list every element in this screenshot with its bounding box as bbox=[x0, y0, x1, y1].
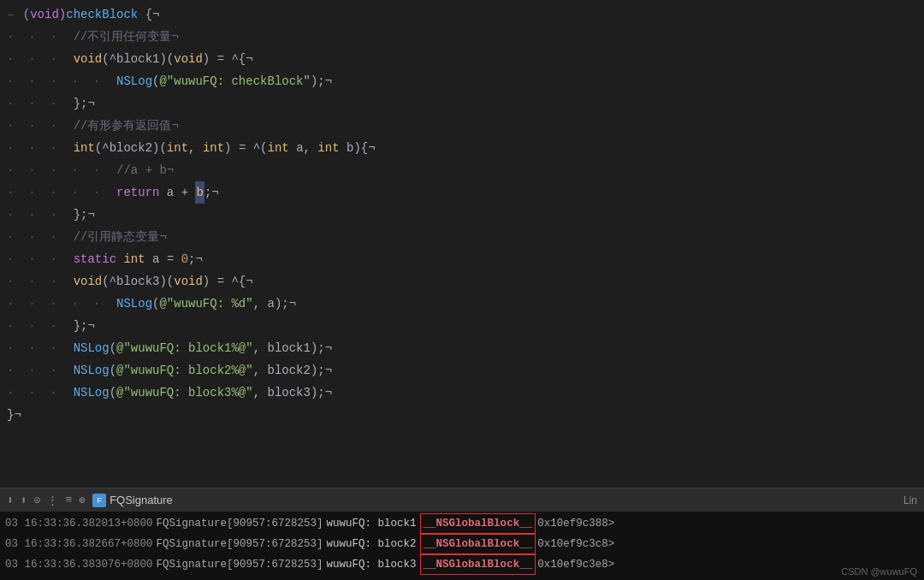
code-line-6: · · · //有形参有返回值¬ bbox=[0, 115, 924, 137]
fn-name: checkBlock bbox=[66, 3, 138, 26]
code-line-11: · · · //引用静态变量¬ bbox=[0, 226, 924, 248]
indent-dots: · · · bbox=[7, 270, 72, 293]
con-time: 03 16:33:36.382667+0800 bbox=[5, 535, 153, 553]
con-time: 03 16:33:36.382013+0800 bbox=[5, 514, 153, 533]
indent-dots: – bbox=[7, 3, 21, 26]
indent-dots: · · · bbox=[7, 315, 72, 337]
code-line-13: · · · void(^block3)(void) = ^{¬ bbox=[0, 270, 924, 293]
console-line-1: 03 16:33:36.382013+0800 FQSignature[9095… bbox=[0, 513, 924, 534]
str-literal: @"wuwuFQ: checkBlock" bbox=[159, 70, 310, 92]
fn-nslog: NSLog bbox=[116, 293, 152, 315]
bottom-toolbar: ⬇ ⬆ ⊙ ⋮ ≡ ⊕ F FQSignature Lin bbox=[0, 488, 924, 512]
kw-void2: void bbox=[174, 48, 203, 70]
code-line-3: · · · void(^block1)(void) = ^{¬ bbox=[0, 48, 924, 70]
console-line-2: 03 16:33:36.382667+0800 FQSignature[9095… bbox=[0, 534, 924, 554]
indent-dots: · · · bbox=[7, 92, 72, 115]
code-line-15: · · · };¬ bbox=[0, 315, 924, 337]
code-line-12: · · · static int a = 0;¬ bbox=[0, 248, 924, 270]
con-msg: wuwuFQ: block2 bbox=[327, 535, 417, 553]
indent-dots: · · · bbox=[7, 48, 72, 70]
kw-void: void bbox=[74, 270, 103, 293]
con-msg: wuwuFQ: block1 bbox=[327, 514, 417, 533]
indent-dots: · · · bbox=[7, 226, 72, 248]
kw-int: int bbox=[123, 248, 145, 270]
indent-dots: · · · bbox=[7, 382, 72, 404]
indent-dots: · · · bbox=[7, 26, 72, 48]
comment: //引用静态变量¬ bbox=[74, 226, 167, 248]
con-msg: wuwuFQ: block3 bbox=[327, 555, 417, 574]
comment: //有形参有返回值¬ bbox=[74, 115, 179, 137]
code-line-18: · · · NSLog(@"wuwuFQ: block3%@", block3)… bbox=[0, 382, 924, 404]
icon-up[interactable]: ⬆ bbox=[21, 494, 27, 507]
indent-dots: · · · bbox=[7, 204, 72, 226]
file-type-icon: F bbox=[92, 494, 106, 507]
str-literal: @"wuwuFQ: block3%@" bbox=[116, 382, 253, 404]
code-line-17: · · · NSLog(@"wuwuFQ: block2%@", block2)… bbox=[0, 359, 924, 382]
fn-nslog: NSLog bbox=[74, 359, 110, 382]
con-block-type-1: __NSGlobalBlock__ bbox=[420, 513, 536, 534]
code-line-10: · · · };¬ bbox=[0, 204, 924, 226]
code-line-7: · · · int(^block2)(int, int) = ^(int a, … bbox=[0, 137, 924, 159]
con-addr-1: 0x10ef9c388> bbox=[537, 514, 614, 533]
kw-int: int bbox=[74, 137, 95, 159]
con-block-type-3: __NSGlobalBlock__ bbox=[420, 554, 536, 575]
kw-void: (void) bbox=[23, 3, 66, 26]
code-editor[interactable]: – (void)checkBlock {¬ · · · //不引用任何变量¬ ·… bbox=[0, 0, 924, 488]
icon-circle[interactable]: ⊙ bbox=[34, 494, 41, 507]
indent-dots: · · · bbox=[7, 337, 72, 359]
icon-down[interactable]: ⬇ bbox=[7, 494, 14, 507]
con-addr-2: 0x10ef9c3c8> bbox=[537, 535, 614, 553]
comment: //a + b¬ bbox=[116, 159, 174, 181]
indent-dots: · · · · · bbox=[7, 159, 115, 181]
comment: //不引用任何变量¬ bbox=[74, 26, 179, 48]
fn-nslog: NSLog bbox=[116, 70, 152, 92]
indent-dots: · · · · · bbox=[7, 293, 115, 315]
str-literal: @"wuwuFQ: block1%@" bbox=[116, 337, 253, 359]
str-literal: @"wuwuFQ: %d" bbox=[159, 293, 252, 315]
indent-dots: · · · bbox=[7, 359, 72, 382]
icon-branch[interactable]: ⋮ bbox=[47, 494, 58, 507]
indent-dots: · · · · · bbox=[7, 70, 115, 92]
file-label: F FQSignature bbox=[92, 494, 173, 507]
code-line-9: · · · · · return a + b;¬ bbox=[0, 181, 924, 204]
indent-dots: · · · bbox=[7, 137, 72, 159]
console-output: 03 16:33:36.382013+0800 FQSignature[9095… bbox=[0, 512, 924, 580]
icon-target[interactable]: ⊕ bbox=[79, 494, 86, 507]
code-line-19: }¬ bbox=[0, 404, 924, 426]
con-app: FQSignature[90957:6728253] bbox=[157, 535, 323, 553]
con-app: FQSignature[90957:6728253] bbox=[157, 555, 323, 574]
fn-nslog: NSLog bbox=[74, 382, 110, 404]
kw-int3: int bbox=[203, 137, 224, 159]
csdn-credit: CSDN @wuwuFQ bbox=[841, 566, 917, 577]
kw-void2: void bbox=[174, 270, 203, 293]
code-line-16: · · · NSLog(@"wuwuFQ: block1%@", block1)… bbox=[0, 337, 924, 359]
indent-dots: · · · bbox=[7, 248, 72, 270]
code-line-4: · · · · · NSLog(@"wuwuFQ: checkBlock");¬ bbox=[0, 70, 924, 92]
str-literal: @"wuwuFQ: block2%@" bbox=[116, 359, 253, 382]
indent-dots: · · · · · bbox=[7, 181, 115, 204]
num-literal: 0 bbox=[181, 248, 188, 270]
kw-void: void bbox=[74, 48, 103, 70]
con-block-type-2: __NSGlobalBlock__ bbox=[420, 534, 536, 554]
icon-list[interactable]: ≡ bbox=[65, 494, 72, 506]
filename-label: FQSignature bbox=[110, 494, 173, 506]
con-app: FQSignature[90957:6728253] bbox=[157, 514, 323, 533]
code-line-2: · · · //不引用任何变量¬ bbox=[0, 26, 924, 48]
editor-container: – (void)checkBlock {¬ · · · //不引用任何变量¬ ·… bbox=[0, 0, 924, 580]
con-time: 03 16:33:36.383076+0800 bbox=[5, 555, 153, 574]
console-line-3: 03 16:33:36.383076+0800 FQSignature[9095… bbox=[0, 554, 924, 575]
kw-return: return bbox=[116, 181, 159, 204]
kw-int4: int bbox=[268, 137, 289, 159]
lin-label: Lin bbox=[903, 494, 917, 506]
highlighted-var-b: b bbox=[195, 181, 204, 204]
code-line-8: · · · · · //a + b¬ bbox=[0, 159, 924, 181]
code-line-5: · · · };¬ bbox=[0, 92, 924, 115]
code-line-1: – (void)checkBlock {¬ bbox=[0, 3, 924, 26]
fn-nslog: NSLog bbox=[74, 337, 110, 359]
kw-int2: int bbox=[167, 137, 188, 159]
kw-int5: int bbox=[317, 137, 339, 159]
indent-dots: · · · bbox=[7, 115, 72, 137]
con-addr-3: 0x10ef9c3e8> bbox=[537, 555, 614, 574]
kw-static: static bbox=[74, 248, 116, 270]
code-line-14: · · · · · NSLog(@"wuwuFQ: %d", a);¬ bbox=[0, 293, 924, 315]
